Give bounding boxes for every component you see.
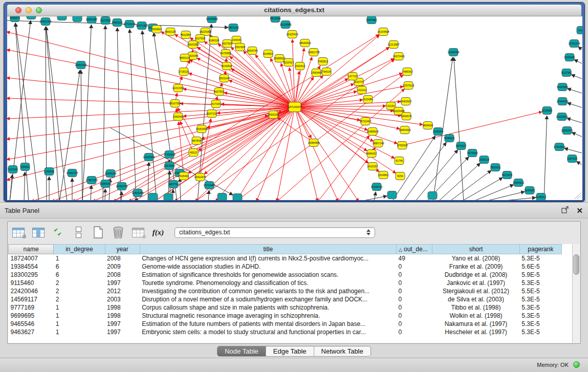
graph-node[interactable]: 9474444 bbox=[467, 149, 477, 157]
table-cell[interactable]: Tourette syndrome. Phenomenology and cla… bbox=[140, 279, 396, 287]
table-cell[interactable]: 5.9E-5 bbox=[519, 271, 561, 279]
table-cell[interactable]: Wolkin et al. (1998) bbox=[432, 312, 519, 320]
table-cell[interactable]: 0 bbox=[397, 312, 432, 320]
table-cell[interactable]: 2003 bbox=[105, 295, 140, 303]
table-cell[interactable]: 9465546 bbox=[9, 320, 54, 328]
graph-node[interactable]: 10325419 bbox=[286, 31, 298, 38]
graph-node[interactable]: 9329966 bbox=[564, 54, 575, 61]
graph-node[interactable]: 6879197 bbox=[456, 142, 466, 150]
table-scrollbar-thumb[interactable] bbox=[573, 254, 579, 275]
graph-node[interactable]: 91746 bbox=[395, 157, 404, 165]
table-cell[interactable]: 9777169 bbox=[9, 303, 54, 312]
table-cell[interactable]: Structural magnetic resonance image aver… bbox=[140, 312, 396, 320]
table-cell[interactable]: 2008 bbox=[105, 254, 140, 263]
function-icon[interactable]: f(x) bbox=[151, 226, 165, 239]
column-header-title[interactable]: title bbox=[140, 245, 396, 254]
graph-node[interactable]: 5938923 bbox=[444, 135, 454, 142]
graph-node[interactable]: 11645194 bbox=[105, 170, 117, 178]
network-canvas[interactable]: 2405572206914061065328715276028466160107… bbox=[7, 16, 582, 200]
graph-node[interactable]: 16543382 bbox=[187, 41, 199, 49]
import-table-icon[interactable]: ⊗ bbox=[132, 226, 145, 239]
graph-node[interactable]: 9245012 bbox=[536, 193, 546, 201]
column-header-short[interactable]: short bbox=[432, 245, 519, 254]
graph-node[interactable]: 794024 bbox=[322, 68, 331, 76]
graph-node[interactable]: 1615157 bbox=[367, 163, 378, 170]
table-cell[interactable]: Disruption of a novel member of a sodium… bbox=[140, 295, 396, 303]
table-cell[interactable]: 5.3E-5 bbox=[519, 320, 561, 328]
column-header-year[interactable]: year bbox=[105, 245, 140, 254]
table-cell[interactable]: Estimation of the future numbers of pati… bbox=[140, 320, 396, 328]
graph-node[interactable]: 16961758 bbox=[308, 49, 319, 56]
graph-node[interactable] bbox=[233, 194, 242, 201]
graph-node[interactable]: 1965495 bbox=[173, 113, 183, 121]
graph-node[interactable]: 8660128 bbox=[165, 28, 176, 36]
table-cell[interactable]: Genome-wide association studies in ADHD. bbox=[140, 262, 396, 271]
table-cell[interactable]: 6 bbox=[54, 262, 105, 271]
graph-node[interactable]: 1524851 bbox=[378, 171, 388, 179]
graph-node[interactable]: 12213967 bbox=[387, 41, 399, 49]
graph-node[interactable]: 16782759 bbox=[116, 183, 127, 190]
table-cell[interactable]: 18300295 bbox=[9, 271, 54, 279]
graph-node[interactable]: 2405572 bbox=[10, 16, 20, 22]
table-cell[interactable]: 9463627 bbox=[9, 328, 54, 336]
graph-node[interactable]: 15136141 bbox=[371, 183, 382, 191]
graph-node[interactable]: 8186328 bbox=[209, 37, 219, 45]
table-cell[interactable]: Franke et al. (2009) bbox=[432, 262, 519, 271]
table-row[interactable]: 2242004622012Investigating the contribut… bbox=[9, 287, 562, 295]
table-cell[interactable]: 0 bbox=[397, 287, 432, 295]
graph-node[interactable]: 18807249 bbox=[372, 140, 384, 147]
table-cell[interactable]: 0 bbox=[397, 279, 432, 287]
graph-node[interactable]: 8220317 bbox=[284, 59, 294, 67]
table-cell[interactable]: 9115460 bbox=[9, 279, 54, 287]
graph-node[interactable]: 10973493 bbox=[393, 53, 404, 60]
graph-node[interactable]: 32975887 bbox=[163, 162, 175, 170]
graph-node[interactable]: 8912954 bbox=[181, 31, 191, 39]
graph-node[interactable]: 1562615 bbox=[295, 62, 305, 70]
graph-node[interactable]: 161612 bbox=[357, 86, 366, 94]
table-cell[interactable]: Corpus callosum shape and size in male p… bbox=[140, 303, 396, 312]
tab-node-table[interactable]: Node Table bbox=[217, 346, 266, 356]
graph-node[interactable]: 19463627 bbox=[400, 98, 411, 105]
table-cell[interactable]: 0 bbox=[397, 295, 432, 303]
graph-node[interactable]: 1849578 bbox=[401, 113, 411, 120]
graph-node[interactable]: 3475685 bbox=[221, 50, 231, 57]
graph-node[interactable]: 16033809 bbox=[206, 16, 217, 23]
graph-node[interactable] bbox=[387, 191, 397, 199]
graph-node[interactable]: 15716485 bbox=[203, 182, 215, 189]
graph-node[interactable]: 7625402 bbox=[179, 172, 189, 180]
graph-node[interactable]: 9457791 bbox=[168, 181, 179, 188]
float-panel-icon[interactable] bbox=[561, 206, 569, 215]
table-cell[interactable]: 49 bbox=[397, 254, 432, 263]
table-cell[interactable]: 1998 bbox=[105, 312, 140, 320]
graph-node[interactable]: 9227342 bbox=[561, 69, 572, 77]
graph-node[interactable]: 7832621 bbox=[490, 164, 500, 171]
graph-node[interactable]: 9146821 bbox=[263, 50, 273, 58]
graph-node[interactable]: 16648784 bbox=[447, 49, 459, 56]
table-cell[interactable]: 5.3E-5 bbox=[519, 328, 561, 336]
graph-node[interactable]: 18640910 bbox=[299, 39, 311, 47]
table-cell[interactable]: 1997 bbox=[105, 279, 140, 287]
graph-node[interactable]: 17016504 bbox=[553, 143, 565, 151]
table-cell[interactable]: 14569117 bbox=[9, 295, 54, 303]
graph-node[interactable]: 8466160 bbox=[112, 19, 122, 27]
table-cell[interactable]: 0 bbox=[397, 328, 432, 336]
graph-node[interactable]: 12093582 bbox=[556, 83, 568, 91]
table-cell[interactable]: 0 bbox=[397, 262, 432, 271]
graph-node[interactable] bbox=[164, 194, 173, 201]
table-row[interactable]: 911546021997Tourette syndrome. Phenomeno… bbox=[9, 279, 562, 287]
network-graph[interactable]: 2405572206914061065328715276028466160107… bbox=[7, 16, 582, 200]
column-header-out_de[interactable]: △out_de... bbox=[397, 245, 432, 254]
table-cell[interactable]: 1997 bbox=[105, 320, 140, 328]
table-cell[interactable]: 0 bbox=[397, 303, 432, 312]
graph-node[interactable]: 12975115 bbox=[403, 82, 415, 90]
table-row[interactable]: 969969511998Structural magnetic resonanc… bbox=[9, 312, 562, 320]
table-cell[interactable]: 19384554 bbox=[9, 262, 54, 271]
graph-node[interactable]: 10654112 bbox=[513, 179, 525, 187]
graph-node[interactable] bbox=[217, 193, 227, 201]
graph-node[interactable]: 9327508 bbox=[222, 40, 232, 48]
graph-node[interactable]: 417004 bbox=[211, 100, 221, 108]
graph-node[interactable]: 19384554 bbox=[308, 139, 319, 147]
graph-node[interactable]: 931934 bbox=[8, 166, 17, 173]
table-cell[interactable]: 2009 bbox=[105, 262, 140, 271]
graph-node[interactable]: 18720407 bbox=[359, 118, 371, 125]
